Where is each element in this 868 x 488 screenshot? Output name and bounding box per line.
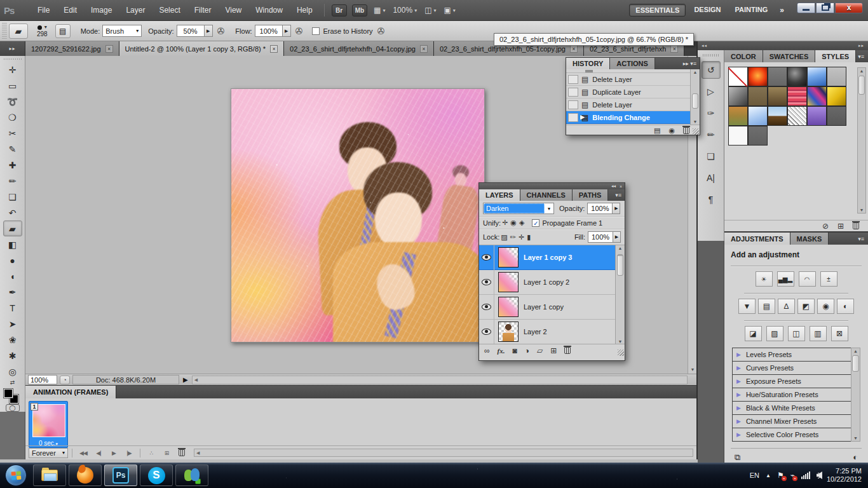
zoom-level-button[interactable]: 100% ▾ <box>393 6 417 15</box>
menu-item[interactable]: Filter <box>187 0 219 21</box>
curves-icon[interactable]: ◠ <box>799 271 816 287</box>
play-button[interactable]: ▶ <box>107 448 121 458</box>
toggle-brush-panel-button[interactable]: ▤ <box>55 24 71 38</box>
type-tool[interactable]: T <box>3 300 22 316</box>
arrange-documents-button[interactable]: ◫ ▾ <box>424 6 436 15</box>
unify-visibility-icon[interactable]: ◉ <box>510 219 517 227</box>
new-snapshot-button[interactable]: ◉ <box>668 126 675 135</box>
hand-tool[interactable]: ✱ <box>3 348 22 363</box>
next-frame-button[interactable]: |▶ <box>122 448 136 458</box>
new-layer-button[interactable]: ⊞ <box>550 346 557 355</box>
scroll-up-icon[interactable]: ▲ <box>851 349 860 353</box>
document-tab[interactable]: 02_23_6_shirt_dlfjrtehxhfh_04-1copy.jpg … <box>284 41 434 56</box>
layer-thumbnail[interactable] <box>498 272 519 292</box>
history-state-row[interactable]: ▶ ▤ Blending Change <box>566 111 700 124</box>
expand-triangle-icon[interactable]: ▶ <box>736 378 741 384</box>
presets-scrollbar[interactable]: ▲ ▼ <box>851 348 860 442</box>
actions-panel-icon[interactable]: ▷ <box>702 83 721 100</box>
flow-spinner[interactable]: ▶ <box>283 25 291 37</box>
new-group-button[interactable]: ▱ <box>537 346 543 355</box>
layer-visibility-toggle[interactable] <box>479 320 494 344</box>
panel-tab[interactable]: PATHS <box>573 189 609 201</box>
options-bar-grip[interactable] <box>2 23 7 39</box>
channel-mixer-icon[interactable]: ◐ <box>837 299 854 314</box>
unify-position-icon[interactable]: ✛ <box>502 219 508 227</box>
panel-tab[interactable]: STYLES <box>815 50 856 62</box>
opacity-field[interactable]: 50% <box>177 25 205 37</box>
close-panel-icon[interactable]: × <box>620 184 622 189</box>
history-panel-icon[interactable]: ↺ <box>702 61 721 79</box>
history-source-checkbox[interactable] <box>568 75 578 84</box>
collapse-panels-icon[interactable]: ◂◂ <box>702 43 707 48</box>
status-menu-arrow-icon[interactable]: ▶ <box>183 376 188 383</box>
link-layers-button[interactable]: ∞ <box>484 346 490 355</box>
history-state-row[interactable]: ▶ ▤ Duplicate Layer <box>566 86 700 98</box>
layer-opacity-field[interactable]: 100% <box>587 203 613 214</box>
propagate-frame-checkbox[interactable]: ✓ <box>532 219 539 227</box>
preset-row[interactable]: ▶ Curves Presets <box>732 362 851 375</box>
scroll-up-icon[interactable]: ▲ <box>858 69 865 73</box>
brush-tool[interactable]: ✏ <box>3 173 22 189</box>
layer-visibility-toggle[interactable] <box>479 270 494 295</box>
tray-expand-icon[interactable]: ▲ <box>766 473 771 478</box>
scroll-up-icon[interactable]: ▲ <box>691 70 700 74</box>
style-blue-sky[interactable] <box>807 67 827 86</box>
style-bronze[interactable] <box>768 86 787 106</box>
panel-tab[interactable]: MASKS <box>790 233 829 245</box>
resize-grip[interactable] <box>618 349 624 356</box>
menu-item[interactable]: Edit <box>57 0 84 21</box>
layers-scroll-thumb[interactable] <box>617 254 623 276</box>
layer-thumbnail[interactable] <box>498 297 519 317</box>
close-button[interactable]: x <box>835 3 863 13</box>
tablet-pressure-icon[interactable]: ✇ <box>217 26 225 36</box>
dodge-tool[interactable]: ◖ <box>3 268 22 284</box>
character-panel-icon[interactable]: A| <box>702 169 721 187</box>
panel-tab[interactable]: HISTORY <box>566 58 610 69</box>
current-tool-icon[interactable]: ▰ <box>9 24 28 39</box>
brushes-panel-icon[interactable]: ✏ <box>702 126 721 144</box>
black-white-icon[interactable]: ◩ <box>797 299 815 314</box>
style-autumn[interactable] <box>728 106 748 126</box>
return-to-list-button[interactable]: ⧉ <box>735 452 740 463</box>
hue-saturation-icon[interactable]: ▤ <box>758 299 775 314</box>
lasso-tool[interactable]: ➰ <box>3 93 22 109</box>
zoom-tool[interactable]: ◎ <box>3 363 22 379</box>
panel-tab[interactable]: SWATCHES <box>763 50 816 62</box>
menu-item[interactable]: View <box>218 0 248 21</box>
selective-color-icon[interactable]: ⊠ <box>831 326 848 341</box>
style-blue-gel[interactable] <box>748 106 768 126</box>
panel-menu-icon[interactable]: ▾≡ <box>690 60 696 67</box>
taskbar-firefox[interactable] <box>69 464 102 486</box>
menu-item[interactable]: Layer <box>119 0 152 21</box>
panel-menu-icon[interactable]: ▾≡ <box>858 53 868 60</box>
action-center-icon[interactable]: ⚑× <box>777 471 784 480</box>
blend-mode-select[interactable]: Darken ▾ <box>483 203 554 214</box>
blur-tool[interactable]: ● <box>3 252 22 268</box>
menu-item[interactable]: Image <box>84 0 119 21</box>
new-document-from-state-button[interactable]: ▤ <box>654 126 660 135</box>
style-multicolor[interactable] <box>807 86 827 106</box>
scroll-left-icon[interactable]: ◀ <box>194 451 201 456</box>
bridge-button[interactable]: Br <box>332 4 347 17</box>
toggle-visibility-button[interactable]: ◐ <box>853 452 858 462</box>
style-purple[interactable] <box>807 106 827 126</box>
layers-scrollbar[interactable]: ▲ ▼ <box>615 245 625 344</box>
new-adjustment-layer-button[interactable]: ◑ <box>525 346 529 355</box>
preset-row[interactable]: ▶ Black & White Presets <box>732 402 851 415</box>
expand-triangle-icon[interactable]: ▶ <box>736 351 741 358</box>
style-black-sphere[interactable] <box>787 67 807 86</box>
layer-thumbnail[interactable] <box>498 322 519 342</box>
style-olive[interactable] <box>748 86 768 106</box>
eyedropper-tool[interactable]: ✎ <box>3 141 22 157</box>
animation-frame-1[interactable]: 1 0 sec.▾ <box>29 401 68 448</box>
photo-filter-icon[interactable]: ◉ <box>817 299 834 314</box>
lock-all-icon[interactable]: ▮ <box>527 233 531 241</box>
mode-select[interactable]: Brush ▾ <box>102 25 142 37</box>
presets-scroll-thumb[interactable] <box>852 355 859 372</box>
style-white[interactable] <box>728 126 748 146</box>
tab-close-icon[interactable]: × <box>570 45 578 53</box>
style-horizon[interactable] <box>768 106 787 126</box>
scroll-down-icon[interactable]: ▼ <box>691 119 700 124</box>
style-gray-2[interactable] <box>748 126 768 146</box>
history-scrollbar[interactable]: ▲ ▼ <box>690 69 700 125</box>
